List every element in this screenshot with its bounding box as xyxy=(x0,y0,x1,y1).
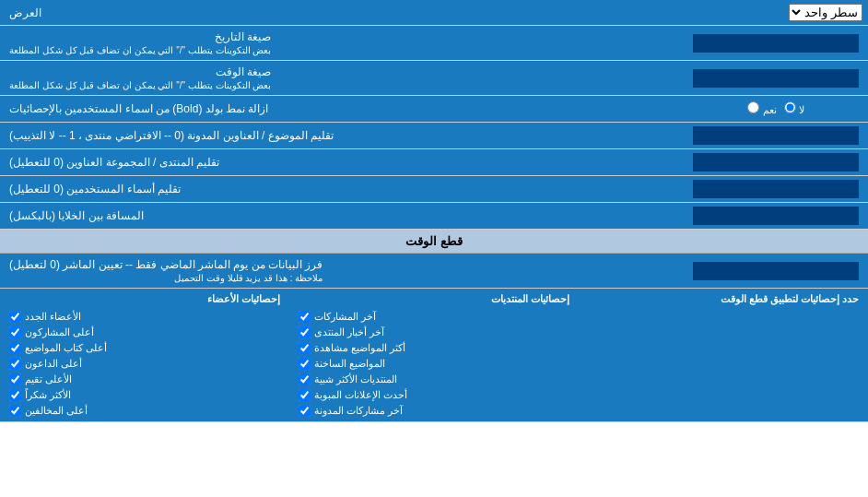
checkbox-post-3[interactable] xyxy=(299,342,311,354)
bold-radio-no-label: لا xyxy=(784,101,804,116)
date-format-label: صيغة التاريخ xyxy=(9,30,271,43)
cell-spacing-input-cell[interactable]: 2 xyxy=(684,203,868,229)
usernames-input[interactable]: 0 xyxy=(693,180,859,198)
cutoff-label: فرز البيانات من يوم الماشر الماضي فقط --… xyxy=(9,258,323,271)
list-item: الأعلى تقيم xyxy=(9,373,280,385)
list-item: المواضيع الساخنة xyxy=(299,358,569,370)
display-select[interactable]: سطر واحد xyxy=(789,4,862,21)
member-stats-header: إحصائيات الأعضاء xyxy=(9,293,280,305)
bold-radio-yes-label: نعم xyxy=(747,101,776,116)
topics-order-row: 33 تقليم الموضوع / العناوين المدونة (0 -… xyxy=(0,123,868,149)
checkbox-post-7[interactable] xyxy=(299,405,311,417)
display-label: العرض xyxy=(0,0,684,25)
list-item: أعلى المشاركون xyxy=(9,326,280,338)
usernames-label: تقليم أسماء المستخدمين (0 للتعطيل) xyxy=(0,176,684,202)
list-item: آخر مشاركات المدونة xyxy=(299,405,569,417)
list-item: آخر أخبار المنتدى xyxy=(299,326,569,338)
cutoff-input[interactable]: 0 xyxy=(693,262,859,280)
checkbox-post-2[interactable] xyxy=(299,326,311,338)
time-format-input[interactable]: H:i xyxy=(693,69,859,88)
topics-order-label: تقليم الموضوع / العناوين المدونة (0 -- ا… xyxy=(0,123,684,148)
date-format-label-cell: صيغة التاريخ بعض التكوينات يتطلب "/" الت… xyxy=(0,26,684,60)
list-item: أكثر المواضيع مشاهدة xyxy=(299,342,569,354)
date-format-input[interactable]: d-m xyxy=(693,34,859,53)
list-item: أعلى الداعون xyxy=(9,358,280,370)
topics-order-input[interactable]: 33 xyxy=(693,126,859,145)
checkbox-member-4[interactable] xyxy=(9,358,21,370)
cutoff-note: ملاحظة : هذا قد يزيد قليلا وقت التحميل xyxy=(9,273,323,283)
forum-order-row: 33 تقليم المنتدى / المجموعة العناوين (0 … xyxy=(0,149,868,176)
time-format-row: H:i صيغة الوقت بعض التكوينات يتطلب "/" ا… xyxy=(0,61,868,96)
forum-order-label: تقليم المنتدى / المجموعة العناوين (0 للت… xyxy=(0,149,684,175)
checkbox-member-3[interactable] xyxy=(9,342,21,354)
cutoff-apply-label: حدد إحصائيات لتطبيق قطع الوقت xyxy=(588,293,859,305)
checkbox-member-2[interactable] xyxy=(9,326,21,338)
checkbox-post-4[interactable] xyxy=(299,358,311,370)
cutoff-input-cell[interactable]: 0 xyxy=(684,254,868,288)
checkboxes-section: حدد إحصائيات لتطبيق قطع الوقت إحصائيات ا… xyxy=(0,289,868,422)
time-format-label-cell: صيغة الوقت بعض التكوينات يتطلب "/" التي … xyxy=(0,61,684,95)
top-row: سطر واحد العرض xyxy=(0,0,868,26)
list-item: الأكثر شكراً xyxy=(9,389,280,401)
date-format-note: بعض التكوينات يتطلب "/" التي يمكن ان تضا… xyxy=(9,45,271,55)
date-format-input-cell[interactable]: d-m xyxy=(684,26,868,60)
checkbox-member-1[interactable] xyxy=(9,311,21,323)
list-item: الأعضاء الجدد xyxy=(9,311,280,323)
list-item: أعلى كتاب المواضيع xyxy=(9,342,280,354)
checkbox-member-6[interactable] xyxy=(9,389,21,401)
time-format-label: صيغة الوقت xyxy=(9,65,271,78)
post-stats-header: إحصائيات المنتديات xyxy=(299,293,569,305)
checkbox-post-6[interactable] xyxy=(299,389,311,401)
member-stats-col: إحصائيات الأعضاء الأعضاء الجدد أعلى المش… xyxy=(0,289,289,421)
forum-order-input[interactable]: 33 xyxy=(693,153,859,172)
cell-spacing-label: المسافة بين الخلايا (بالبكسل) xyxy=(0,203,684,229)
main-wrapper: سطر واحد العرض d-m صيغة التاريخ بعض التك… xyxy=(0,0,868,422)
bold-row: لا نعم ازالة نمط بولد (Bold) من اسماء ال… xyxy=(0,96,868,123)
list-item: المنتديات الأكثر شبية xyxy=(299,373,569,385)
cell-spacing-row: 2 المسافة بين الخلايا (بالبكسل) xyxy=(0,203,868,230)
checkbox-post-1[interactable] xyxy=(299,311,311,323)
list-item: آخر المشاركات xyxy=(299,311,569,323)
display-select-cell[interactable]: سطر واحد xyxy=(684,0,868,25)
usernames-input-cell[interactable]: 0 xyxy=(684,176,868,202)
bold-radio-cell: لا نعم xyxy=(684,96,868,122)
time-format-note: بعض التكوينات يتطلب "/" التي يمكن ان تضا… xyxy=(9,80,271,90)
checkbox-member-5[interactable] xyxy=(9,373,21,385)
post-stats-col: إحصائيات المنتديات آخر المشاركات آخر أخب… xyxy=(289,289,579,421)
cutoff-header: قطع الوقت xyxy=(0,230,868,254)
usernames-row: 0 تقليم أسماء المستخدمين (0 للتعطيل) xyxy=(0,176,868,203)
checkbox-post-5[interactable] xyxy=(299,373,311,385)
cutoff-apply-col: حدد إحصائيات لتطبيق قطع الوقت xyxy=(579,289,868,421)
list-item: أعلى المخالفين xyxy=(9,405,280,417)
topics-order-input-cell[interactable]: 33 xyxy=(684,123,868,148)
list-item: أحدث الإعلانات المبوبة xyxy=(299,389,569,401)
cell-spacing-input[interactable]: 2 xyxy=(693,207,859,225)
forum-order-input-cell[interactable]: 33 xyxy=(684,149,868,175)
bold-label-cell: ازالة نمط بولد (Bold) من اسماء المستخدمي… xyxy=(0,96,684,122)
bold-radio-yes[interactable] xyxy=(747,101,759,113)
checkbox-member-7[interactable] xyxy=(9,405,21,417)
bold-radio-no[interactable] xyxy=(784,101,796,113)
time-format-input-cell[interactable]: H:i xyxy=(684,61,868,95)
cutoff-label-cell: فرز البيانات من يوم الماشر الماضي فقط --… xyxy=(0,254,684,288)
cutoff-row: 0 فرز البيانات من يوم الماشر الماضي فقط … xyxy=(0,254,868,289)
date-format-row: d-m صيغة التاريخ بعض التكوينات يتطلب "/"… xyxy=(0,26,868,61)
